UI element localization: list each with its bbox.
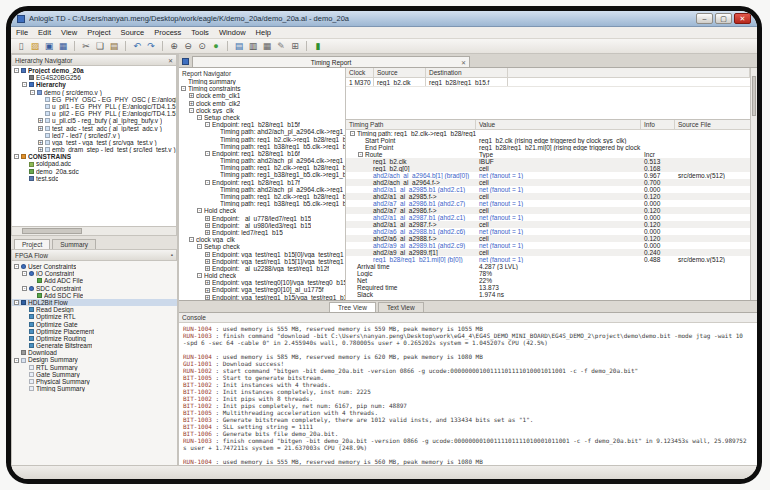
collapse-icon[interactable]: -: [14, 154, 19, 159]
expand-icon[interactable]: +: [189, 101, 194, 106]
tree-item[interactable]: u_pll2 - EG_PHY_PLL ( E:/anlogic/TD4.1.5…: [12, 110, 176, 117]
timing-row[interactable]: -RouteTypeIncr: [346, 151, 750, 158]
timing-row[interactable]: ahd2/ach_al_a2964.f->cell0.700: [346, 179, 750, 186]
paste-icon[interactable]: ▤: [108, 40, 120, 52]
pin-icon[interactable]: ▪: [171, 252, 173, 258]
collapse-icon[interactable]: -: [197, 244, 202, 249]
tree-item[interactable]: -clock sys_clk: [179, 107, 345, 114]
zoom-fit-icon[interactable]: ⊙: [196, 40, 208, 52]
collapse-icon[interactable]: -: [205, 151, 210, 156]
tree-item[interactable]: Add SDC File: [12, 292, 177, 299]
tree-item[interactable]: +emb_dram_step - led_test ( src/led_test…: [12, 146, 176, 153]
tree-item[interactable]: Optimize Gate: [12, 321, 177, 328]
collapse-icon[interactable]: -: [197, 273, 202, 278]
tree-item[interactable]: Optimize Routing: [12, 335, 177, 342]
open-folder-icon[interactable]: ▨: [29, 40, 41, 52]
tree-item[interactable]: +u_pll.cl5 - reg_bufy ( al_ip/reg_bufy.v…: [12, 117, 176, 124]
undo-icon[interactable]: ↶: [131, 40, 143, 52]
tree-item[interactable]: EG4S20BG256: [12, 74, 176, 81]
menu-item-edit[interactable]: Edit: [38, 28, 51, 37]
redo-icon[interactable]: ↷: [145, 40, 157, 52]
timing-row[interactable]: ahd2/a1_al_a2985.f->cell0.120: [346, 193, 750, 200]
timing-row[interactable]: ahd2/a7_al_a2986.f->cell0.120: [346, 207, 750, 214]
tree-item[interactable]: Generate Bitstream: [12, 342, 177, 349]
tab-project[interactable]: Project: [14, 239, 50, 249]
tree-item[interactable]: +Endpoint: vga_test/reg1_b15[1]/vga_test…: [179, 258, 345, 265]
expand-icon[interactable]: +: [38, 147, 43, 152]
tree-item[interactable]: Physical Summary: [12, 378, 177, 385]
collapse-icon[interactable]: -: [30, 90, 35, 95]
tree-item[interactable]: led7 - led7 ( src/led7.v ): [12, 132, 176, 139]
tree-item[interactable]: -Endpoint: reg1_b28/reg1_b15f: [179, 121, 345, 128]
tree-item[interactable]: -HDL2Bit Flow: [12, 299, 177, 306]
copy-icon[interactable]: ❏: [94, 40, 106, 52]
tree-item[interactable]: Timing path: ahd2/ach_pl_a2964.clk->reg1…: [179, 186, 345, 193]
floorplan-icon[interactable]: ▦: [261, 40, 273, 52]
expand-icon[interactable]: +: [205, 252, 210, 257]
tree-item[interactable]: -Setup check: [179, 114, 345, 121]
netlist-doc-icon[interactable]: ▥: [247, 40, 259, 52]
expand-icon[interactable]: +: [205, 288, 210, 293]
tree-item[interactable]: Timing path: reg1_b2.clk->reg1_b28/reg1_…: [179, 164, 345, 171]
menu-item-window[interactable]: Window: [219, 28, 246, 37]
collapse-icon[interactable]: -: [197, 115, 202, 120]
collapse-icon[interactable]: -: [22, 286, 27, 291]
tree-item[interactable]: +vga_test - vga_test ( src/vga_test.v ): [12, 139, 176, 146]
tree-item[interactable]: +Endpoint: vga_test/reg1_b15[0]/vga_test…: [179, 251, 345, 258]
tree-item[interactable]: Timing path: reg1_b2.clk->reg1_b28/reg1_…: [179, 136, 345, 143]
tree-item[interactable]: Gate Summary: [12, 371, 177, 378]
tree-item[interactable]: -CONSTRAINS: [12, 153, 176, 160]
tree-item[interactable]: Add ADC File: [12, 277, 177, 284]
tree-item[interactable]: -IO Constraint: [12, 270, 177, 277]
timing-row[interactable]: Net22%: [346, 277, 750, 284]
tree-item[interactable]: -SDC Constraint: [12, 285, 177, 292]
scrollbar-thumb[interactable]: [22, 228, 82, 234]
timing-row[interactable]: ahd2/a9_al_a2989.f[1]cell0.240: [346, 249, 750, 256]
expand-icon[interactable]: +: [205, 266, 210, 271]
tree-item[interactable]: Timing path: reg1_b38/reg1_b5.clk->reg1_…: [179, 171, 345, 178]
tree-item[interactable]: +clock emb_clk2: [179, 100, 345, 107]
scrollbar-thumb[interactable]: [752, 76, 756, 116]
tree-item[interactable]: Timing path: ahd2/ach_pl_a2964.clk->reg1…: [179, 157, 345, 164]
tree-item[interactable]: -Endpoint: reg1_b28/reg1_b17f: [179, 179, 345, 186]
tree-item[interactable]: +Endpoint: _al_u980/led3/reg1_b15: [179, 222, 345, 229]
tree-item[interactable]: Timing path: reg1_b38/reg1_b5.clk->reg1_…: [179, 143, 345, 150]
timing-row[interactable]: ahd2/a7_al_a2986.b1 (ahd2.c7)net (fanout…: [346, 200, 750, 207]
run-icon[interactable]: ●: [210, 40, 222, 52]
collapse-icon[interactable]: -: [22, 271, 27, 276]
zoom-in-icon[interactable]: ⊕: [168, 40, 180, 52]
timing-row[interactable]: ahd2/a1_al_a2987.b1 (ahd2.c1)net (fanout…: [346, 214, 750, 221]
tree-item[interactable]: Timing summary: [179, 78, 345, 85]
expand-icon[interactable]: +: [205, 230, 210, 235]
expand-icon[interactable]: +: [205, 223, 210, 228]
collapse-icon[interactable]: -: [14, 68, 19, 73]
collapse-icon[interactable]: -: [358, 152, 363, 157]
timing-row[interactable]: ahd2/a9_al_a2989.b1 (ahd2.c9)net (fanout…: [346, 242, 750, 249]
new-file-icon[interactable]: ▯: [15, 40, 27, 52]
power-icon[interactable]: ▮: [312, 40, 324, 52]
collapse-icon[interactable]: -: [205, 122, 210, 127]
tree-item[interactable]: Read Design: [12, 306, 177, 313]
tree-item[interactable]: +Endpoint: vga_test/reg0[10]_al_u1775f: [179, 286, 345, 293]
tab-close-icon[interactable]: ✕: [461, 59, 466, 66]
timing-row[interactable]: reg1_b2.q[0]cell0.168: [346, 165, 750, 172]
timing-row[interactable]: ahd2/ach_al_a2964.b[1] (brad[0])net (fan…: [346, 172, 750, 179]
menu-item-process[interactable]: Process: [154, 28, 181, 37]
collapse-icon[interactable]: -: [189, 237, 194, 242]
tree-item[interactable]: -Endpoint: reg1_b28/reg1_b16f: [179, 150, 345, 157]
expand-icon[interactable]: +: [38, 126, 43, 131]
menu-item-tools[interactable]: Tools: [191, 28, 209, 37]
tree-item[interactable]: demo_20a.sdc: [12, 168, 176, 175]
tree-item[interactable]: -Hold check: [179, 272, 345, 279]
menu-item-project[interactable]: Project: [87, 28, 110, 37]
edit-constraint-icon[interactable]: ✎: [275, 40, 287, 52]
save-icon[interactable]: ▣: [43, 40, 55, 52]
timing-row[interactable]: ahd2/a1_al_a2987.f->cell0.120: [346, 221, 750, 228]
collapse-icon[interactable]: -: [14, 264, 19, 269]
collapse-icon[interactable]: -: [14, 358, 19, 363]
tree-item[interactable]: -Timing constraints: [179, 85, 345, 92]
menu-item-source[interactable]: Source: [121, 28, 145, 37]
tree-item[interactable]: +Endpoint: _al_u778/led7/reg1_b15: [179, 215, 345, 222]
tree-item[interactable]: +Endpoint: led7/reg1_b15: [179, 229, 345, 236]
tab-text-view[interactable]: Text View: [378, 302, 424, 312]
